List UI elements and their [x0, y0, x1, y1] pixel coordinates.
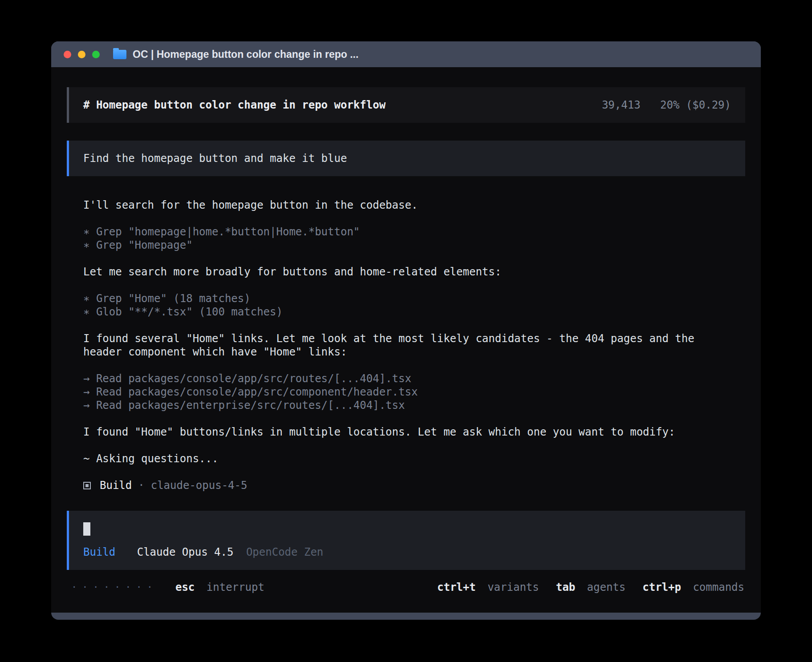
window-title: OC | Homepage button color change in rep…	[133, 48, 358, 61]
agent-model: claude-opus-4-5	[151, 479, 248, 492]
model-name: Claude Opus 4.5	[137, 546, 234, 558]
tool-call-group: ∗ Grep "Home" (18 matches) ∗ Glob "**/*.…	[83, 292, 736, 319]
assistant-text: Let me search more broadly for buttons a…	[83, 265, 736, 279]
agent-status-line: Build · claude-opus-4-5	[83, 479, 736, 492]
read-call-group: → Read packages/console/app/src/routes/[…	[83, 372, 736, 412]
shortcut-key: ctrl+p	[642, 581, 681, 593]
folder-icon	[113, 50, 126, 59]
conversation: I'll search for the homepage button in t…	[67, 198, 745, 492]
shortcut-key: tab	[556, 581, 575, 593]
assistant-status: ~ Asking questions...	[83, 452, 736, 465]
tool-call: ∗ Grep "Homepage"	[83, 238, 736, 252]
traffic-lights	[64, 51, 100, 58]
app-window: OC | Homepage button color change in rep…	[51, 41, 761, 620]
session-header: # Homepage button color change in repo w…	[67, 87, 745, 123]
shortcut-agents: tab agents	[556, 581, 626, 594]
status-bar-left: ········ esc interrupt	[71, 581, 264, 594]
tool-call: ∗ Glob "**/*.tsx" (100 matches)	[83, 305, 736, 319]
assistant-text: I found several "Home" links. Let me loo…	[83, 332, 736, 359]
read-call: → Read packages/enterprise/src/routes/[.…	[83, 399, 736, 412]
shortcut-commands: ctrl+p commands	[642, 581, 744, 594]
shortcut-label: variants	[487, 581, 539, 593]
separator-dot: ·	[138, 479, 144, 492]
shortcut-key: esc	[175, 581, 195, 593]
shortcut-label: commands	[693, 581, 744, 593]
tool-call: ∗ Grep "Home" (18 matches)	[83, 292, 736, 305]
spinner-dots: ········	[71, 581, 158, 594]
token-count: 39,413	[602, 99, 641, 111]
zoom-button[interactable]	[92, 51, 100, 58]
agent-mode-label: Build	[83, 546, 115, 558]
prompt-input[interactable]: Build Claude Opus 4.5 OpenCode Zen	[67, 511, 745, 570]
status-bar: ········ esc interrupt ctrl+t variants t…	[67, 581, 745, 594]
session-title: # Homepage button color change in repo w…	[83, 98, 386, 112]
context-cost: 20% ($0.29)	[660, 99, 731, 111]
tool-call: ∗ Grep "homepage|home.*button|Home.*butt…	[83, 225, 736, 238]
shortcut-key: ctrl+t	[437, 581, 476, 593]
shortcut-label: interrupt	[207, 581, 264, 593]
shortcut-interrupt: esc interrupt	[175, 581, 264, 594]
agent-status-icon	[83, 482, 91, 489]
close-button[interactable]	[64, 51, 71, 58]
minimize-button[interactable]	[78, 51, 85, 58]
status-bar-right: ctrl+t variants tab agents ctrl+p comman…	[437, 581, 744, 594]
model-provider: OpenCode Zen	[246, 546, 323, 558]
session-stats: 39,413 20% ($0.29)	[602, 98, 731, 112]
user-message: Find the homepage button and make it blu…	[67, 141, 745, 176]
text-cursor	[83, 522, 90, 536]
agent-name: Build	[100, 479, 132, 492]
window-titlebar: OC | Homepage button color change in rep…	[51, 41, 761, 67]
shortcut-variants: ctrl+t variants	[437, 581, 539, 594]
shortcut-label: agents	[587, 581, 626, 593]
assistant-text: I'll search for the homepage button in t…	[83, 198, 736, 212]
tool-call-group: ∗ Grep "homepage|home.*button|Home.*butt…	[83, 225, 736, 252]
read-call: → Read packages/console/app/src/componen…	[83, 385, 736, 399]
user-message-text: Find the homepage button and make it blu…	[83, 152, 347, 165]
read-call: → Read packages/console/app/src/routes/[…	[83, 372, 736, 385]
terminal-content: # Homepage button color change in repo w…	[51, 67, 761, 613]
assistant-text: I found "Home" buttons/links in multiple…	[83, 425, 736, 439]
input-line[interactable]	[83, 522, 731, 536]
model-line: Build Claude Opus 4.5 OpenCode Zen	[83, 545, 731, 559]
